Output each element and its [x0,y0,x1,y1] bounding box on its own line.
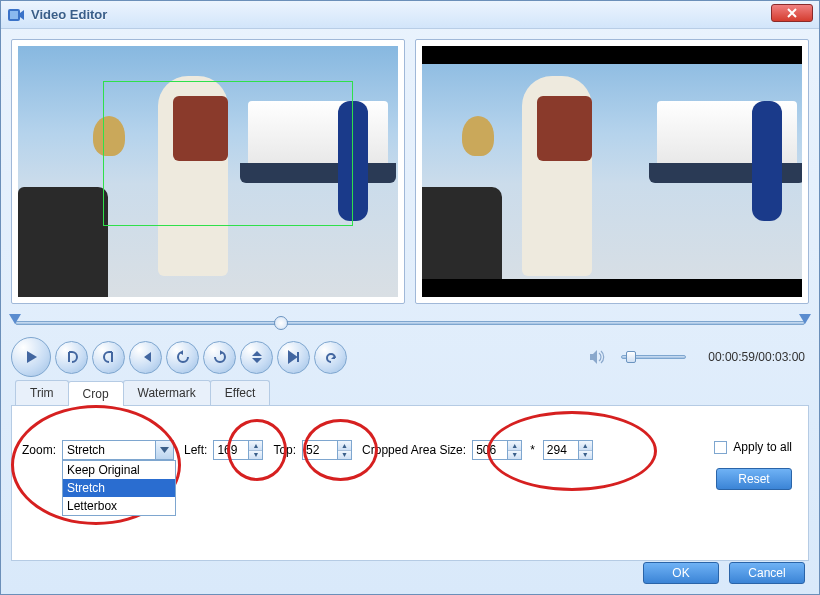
tab-bar: Trim Crop Watermark Effect [11,380,809,406]
crop-panel: Zoom: Stretch Keep Original Stretch Lett… [11,406,809,561]
reset-button[interactable]: Reset [716,468,792,490]
zoom-option-keep-original[interactable]: Keep Original [63,461,175,479]
top-input[interactable] [302,440,338,460]
zoom-dropdown-list[interactable]: Keep Original Stretch Letterbox [62,460,176,516]
spin-down-icon[interactable]: ▼ [579,451,592,460]
apply-to-all-label: Apply to all [733,440,792,454]
flip-vertical-button[interactable] [240,341,273,374]
width-spinner[interactable]: ▲▼ [472,440,522,460]
svg-rect-1 [10,11,18,19]
set-start-button[interactable] [55,341,88,374]
spin-down-icon[interactable]: ▼ [508,451,521,460]
video-editor-window: Video Editor [0,0,820,595]
height-spinner[interactable]: ▲▼ [543,440,593,460]
multiply-symbol: * [530,443,535,457]
rotate-right-button[interactable] [203,341,236,374]
playback-controls: 00:00:59/00:03:00 [11,338,809,376]
spin-up-icon[interactable]: ▲ [508,441,521,451]
window-title: Video Editor [31,7,107,22]
tab-crop[interactable]: Crop [68,381,124,406]
left-spinner[interactable]: ▲▼ [213,440,263,460]
left-label: Left: [184,443,207,457]
set-end-button[interactable] [92,341,125,374]
zoom-dropdown[interactable]: Stretch Keep Original Stretch Letterbox [62,440,174,460]
volume-icon[interactable] [587,347,607,367]
undo-button[interactable] [314,341,347,374]
play-button[interactable] [11,337,51,377]
time-display: 00:00:59/00:03:00 [708,350,805,364]
area-label: Cropped Area Size: [362,443,466,457]
trim-end-marker[interactable] [799,314,811,324]
apply-to-all-checkbox[interactable] [714,441,727,454]
volume-slider[interactable] [621,355,686,359]
spin-down-icon[interactable]: ▼ [338,451,351,460]
apply-to-all-row[interactable]: Apply to all [714,440,792,454]
source-preview[interactable] [11,39,405,304]
titlebar: Video Editor [1,1,819,29]
zoom-label: Zoom: [22,443,56,457]
ok-button[interactable]: OK [643,562,719,584]
top-label: Top: [273,443,296,457]
spin-up-icon[interactable]: ▲ [338,441,351,451]
seek-bar[interactable] [11,314,809,332]
spin-up-icon[interactable]: ▲ [249,441,262,451]
output-preview [415,39,809,304]
tab-effect[interactable]: Effect [210,380,270,405]
height-input[interactable] [543,440,579,460]
spin-up-icon[interactable]: ▲ [579,441,592,451]
cancel-button[interactable]: Cancel [729,562,805,584]
app-icon [7,6,25,24]
seek-thumb[interactable] [274,316,288,330]
zoom-option-stretch[interactable]: Stretch [63,479,175,497]
zoom-value: Stretch [67,443,105,457]
preview-panels [11,39,809,304]
trim-start-marker[interactable] [9,314,21,324]
rotate-left-button[interactable] [166,341,199,374]
tab-trim[interactable]: Trim [15,380,69,405]
width-input[interactable] [472,440,508,460]
close-button[interactable] [771,4,813,22]
crop-rectangle[interactable] [103,81,353,226]
chevron-down-icon[interactable] [155,441,173,459]
left-input[interactable] [213,440,249,460]
step-forward-button[interactable] [277,341,310,374]
spin-down-icon[interactable]: ▼ [249,451,262,460]
tab-watermark[interactable]: Watermark [123,380,211,405]
volume-thumb[interactable] [626,351,636,363]
top-spinner[interactable]: ▲▼ [302,440,352,460]
zoom-option-letterbox[interactable]: Letterbox [63,497,175,515]
step-back-button[interactable] [129,341,162,374]
